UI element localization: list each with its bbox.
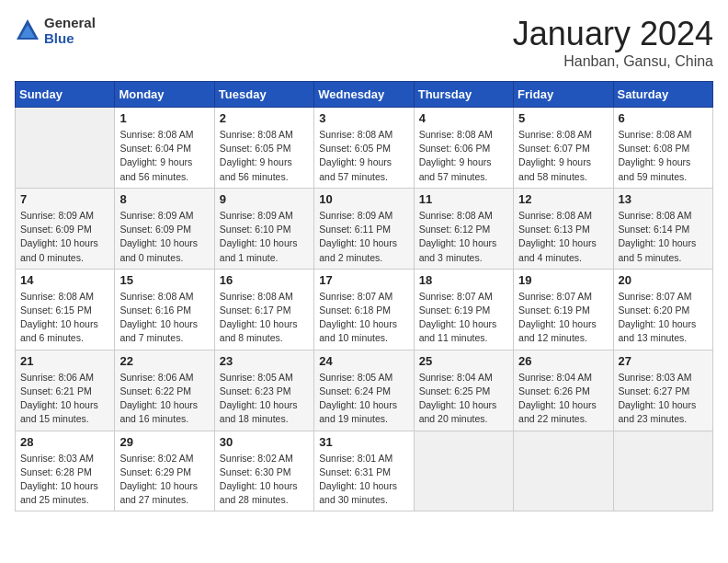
day-number: 6 [619,111,708,125]
day-number: 3 [319,111,408,125]
calendar-cell: 25Sunrise: 8:04 AM Sunset: 6:25 PM Dayli… [414,350,513,431]
day-info: Sunrise: 8:08 AM Sunset: 6:16 PM Dayligh… [119,290,209,346]
day-info: Sunrise: 8:08 AM Sunset: 6:05 PM Dayligh… [319,128,408,184]
calendar-cell: 1Sunrise: 8:08 AM Sunset: 6:04 PM Daylig… [115,108,214,189]
calendar-cell: 24Sunrise: 8:05 AM Sunset: 6:24 PM Dayli… [314,350,414,431]
day-number: 28 [20,435,109,449]
day-info: Sunrise: 8:08 AM Sunset: 6:12 PM Dayligh… [419,209,508,265]
day-info: Sunrise: 8:09 AM Sunset: 6:10 PM Dayligh… [220,209,309,265]
day-info: Sunrise: 8:04 AM Sunset: 6:26 PM Dayligh… [518,371,608,427]
calendar-cell: 28Sunrise: 8:03 AM Sunset: 6:28 PM Dayli… [16,431,115,511]
day-info: Sunrise: 8:08 AM Sunset: 6:13 PM Dayligh… [518,209,608,265]
day-of-week-header: Saturday [613,82,712,108]
day-number: 7 [20,192,109,206]
day-info: Sunrise: 8:08 AM Sunset: 6:15 PM Dayligh… [20,290,109,346]
logo-text: General Blue [44,15,96,46]
day-info: Sunrise: 8:08 AM Sunset: 6:08 PM Dayligh… [619,128,708,184]
calendar-cell: 15Sunrise: 8:08 AM Sunset: 6:16 PM Dayli… [115,269,214,350]
calendar-cell: 7Sunrise: 8:09 AM Sunset: 6:09 PM Daylig… [16,188,115,269]
day-number: 27 [619,354,708,368]
day-info: Sunrise: 8:02 AM Sunset: 6:30 PM Dayligh… [220,452,309,508]
calendar-cell: 23Sunrise: 8:05 AM Sunset: 6:23 PM Dayli… [214,350,313,431]
calendar-header: SundayMondayTuesdayWednesdayThursdayFrid… [16,82,713,108]
day-of-week-header: Sunday [16,82,115,108]
day-of-week-header: Friday [514,82,613,108]
day-info: Sunrise: 8:06 AM Sunset: 6:21 PM Dayligh… [20,371,109,427]
calendar-cell: 26Sunrise: 8:04 AM Sunset: 6:26 PM Dayli… [514,350,613,431]
day-info: Sunrise: 8:05 AM Sunset: 6:24 PM Dayligh… [319,371,408,427]
day-info: Sunrise: 8:04 AM Sunset: 6:25 PM Dayligh… [419,371,508,427]
calendar-cell: 11Sunrise: 8:08 AM Sunset: 6:12 PM Dayli… [414,188,513,269]
day-info: Sunrise: 8:07 AM Sunset: 6:18 PM Dayligh… [319,290,408,346]
calendar-cell: 6Sunrise: 8:08 AM Sunset: 6:08 PM Daylig… [613,108,712,189]
calendar-cell: 3Sunrise: 8:08 AM Sunset: 6:05 PM Daylig… [314,108,414,189]
day-number: 9 [220,192,309,206]
logo: General Blue [15,15,96,46]
day-info: Sunrise: 8:07 AM Sunset: 6:19 PM Dayligh… [518,290,608,346]
day-number: 24 [319,354,408,368]
calendar-cell: 2Sunrise: 8:08 AM Sunset: 6:05 PM Daylig… [214,108,313,189]
day-info: Sunrise: 8:08 AM Sunset: 6:14 PM Dayligh… [619,209,708,265]
day-number: 11 [419,192,508,206]
day-info: Sunrise: 8:09 AM Sunset: 6:09 PM Dayligh… [119,209,209,265]
calendar-cell: 27Sunrise: 8:03 AM Sunset: 6:27 PM Dayli… [613,350,712,431]
logo-blue: Blue [44,30,96,46]
location: Hanban, Gansu, China [513,53,713,70]
day-of-week-header: Wednesday [314,82,414,108]
day-number: 12 [518,192,608,206]
calendar-cell [514,431,613,511]
calendar-cell: 13Sunrise: 8:08 AM Sunset: 6:14 PM Dayli… [613,188,712,269]
calendar-cell: 20Sunrise: 8:07 AM Sunset: 6:20 PM Dayli… [613,269,712,350]
calendar-week-row: 28Sunrise: 8:03 AM Sunset: 6:28 PM Dayli… [16,431,713,511]
calendar-cell: 17Sunrise: 8:07 AM Sunset: 6:18 PM Dayli… [314,269,414,350]
calendar-cell [16,108,115,189]
day-info: Sunrise: 8:09 AM Sunset: 6:09 PM Dayligh… [20,209,109,265]
calendar-cell: 22Sunrise: 8:06 AM Sunset: 6:22 PM Dayli… [115,350,214,431]
calendar-table: SundayMondayTuesdayWednesdayThursdayFrid… [15,81,713,511]
day-number: 18 [419,273,508,287]
day-info: Sunrise: 8:08 AM Sunset: 6:04 PM Dayligh… [119,128,209,184]
day-number: 17 [319,273,408,287]
title-block: January 2024 Hanban, Gansu, China [513,15,713,70]
calendar-cell: 10Sunrise: 8:09 AM Sunset: 6:11 PM Dayli… [314,188,414,269]
day-info: Sunrise: 8:03 AM Sunset: 6:28 PM Dayligh… [20,452,109,508]
day-info: Sunrise: 8:07 AM Sunset: 6:20 PM Dayligh… [619,290,708,346]
logo-icon [15,17,40,43]
calendar-cell: 5Sunrise: 8:08 AM Sunset: 6:07 PM Daylig… [514,108,613,189]
day-number: 10 [319,192,408,206]
day-number: 1 [119,111,209,125]
day-info: Sunrise: 8:01 AM Sunset: 6:31 PM Dayligh… [319,452,408,508]
day-number: 15 [119,273,209,287]
calendar-cell: 30Sunrise: 8:02 AM Sunset: 6:30 PM Dayli… [214,431,313,511]
calendar-cell: 16Sunrise: 8:08 AM Sunset: 6:17 PM Dayli… [214,269,313,350]
calendar-cell: 19Sunrise: 8:07 AM Sunset: 6:19 PM Dayli… [514,269,613,350]
day-info: Sunrise: 8:08 AM Sunset: 6:17 PM Dayligh… [220,290,309,346]
day-info: Sunrise: 8:08 AM Sunset: 6:07 PM Dayligh… [518,128,608,184]
calendar-cell: 21Sunrise: 8:06 AM Sunset: 6:21 PM Dayli… [16,350,115,431]
month-title: January 2024 [513,15,713,53]
calendar-week-row: 21Sunrise: 8:06 AM Sunset: 6:21 PM Dayli… [16,350,713,431]
calendar-cell [613,431,712,511]
calendar-cell: 4Sunrise: 8:08 AM Sunset: 6:06 PM Daylig… [414,108,513,189]
day-info: Sunrise: 8:09 AM Sunset: 6:11 PM Dayligh… [319,209,408,265]
calendar-cell [414,431,513,511]
calendar-cell: 8Sunrise: 8:09 AM Sunset: 6:09 PM Daylig… [115,188,214,269]
calendar-week-row: 1Sunrise: 8:08 AM Sunset: 6:04 PM Daylig… [16,108,713,189]
day-number: 16 [220,273,309,287]
day-number: 8 [119,192,209,206]
day-number: 30 [220,435,309,449]
day-number: 22 [119,354,209,368]
day-number: 4 [419,111,508,125]
calendar-cell: 18Sunrise: 8:07 AM Sunset: 6:19 PM Dayli… [414,269,513,350]
calendar-cell: 12Sunrise: 8:08 AM Sunset: 6:13 PM Dayli… [514,188,613,269]
day-of-week-header: Thursday [414,82,513,108]
day-number: 25 [419,354,508,368]
logo-general: General [44,15,96,30]
day-number: 2 [220,111,309,125]
day-number: 31 [319,435,408,449]
day-number: 21 [20,354,109,368]
day-info: Sunrise: 8:08 AM Sunset: 6:05 PM Dayligh… [220,128,309,184]
calendar-cell: 31Sunrise: 8:01 AM Sunset: 6:31 PM Dayli… [314,431,414,511]
page-header: General Blue January 2024 Hanban, Gansu,… [15,15,713,70]
day-info: Sunrise: 8:06 AM Sunset: 6:22 PM Dayligh… [119,371,209,427]
